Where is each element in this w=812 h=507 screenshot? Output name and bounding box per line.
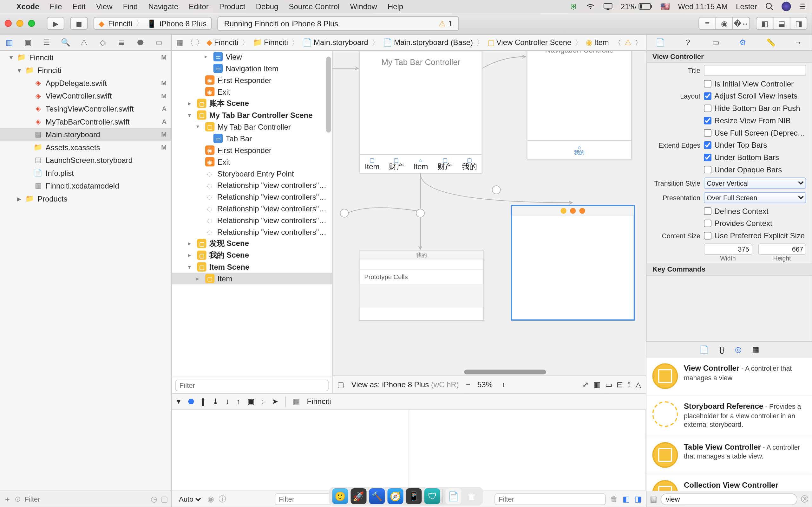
go-forward-button[interactable]: 〉 [196, 37, 204, 48]
title-field[interactable] [704, 65, 806, 76]
identity-inspector-tab[interactable]: ▭ [707, 38, 724, 47]
toggle-navigator[interactable]: ◧ [756, 17, 773, 30]
library-view-mode[interactable]: ▦ [650, 495, 657, 504]
continue-button[interactable]: ‖ [201, 397, 205, 406]
outline-scrollbar[interactable] [326, 57, 331, 133]
spotlight-icon[interactable] [765, 2, 773, 10]
file-row[interactable]: ◈TesingViewController.swiftA [0, 102, 171, 115]
file-row[interactable]: ▤LaunchScreen.storyboard [0, 154, 171, 167]
outline-row[interactable]: ◌Relationship "view controllers" t… [172, 214, 332, 226]
dock-app-1[interactable]: 📱 [406, 488, 422, 504]
canvas-selected-vc[interactable] [511, 205, 635, 321]
battery-status[interactable]: 21% [621, 2, 653, 11]
version-editor[interactable]: �↔ [732, 17, 750, 30]
align-button[interactable]: ⊟ [617, 380, 623, 389]
user-menu[interactable]: Lester [736, 2, 757, 11]
source-control-navigator-tab[interactable]: ▣ [19, 34, 38, 51]
zoom-in-button[interactable]: ＋ [500, 379, 507, 390]
outline-row[interactable]: ▸▢Item [172, 273, 332, 285]
storyboard-canvas[interactable]: My Tab Bar Controller ▢Item ▢财产 ⌂Item ▢财… [333, 51, 646, 376]
file-row[interactable]: ▤Main.storyboardM [0, 128, 171, 141]
library-item[interactable]: Storyboard Reference - Provides a placeh… [647, 395, 812, 436]
dock-document[interactable]: 📄 [446, 488, 461, 504]
breakpoint-navigator-tab[interactable]: ⬣ [131, 34, 150, 51]
outline-row[interactable]: ◌Relationship "view controllers" t… [172, 179, 332, 191]
resize-nib-checkbox[interactable] [704, 117, 711, 124]
project-navigator-tab[interactable]: ▥ [0, 34, 19, 51]
toggle-variables-button[interactable]: ◧ [623, 495, 629, 504]
breakpoints-button[interactable]: ⬣ [188, 397, 194, 406]
wifi-icon[interactable] [586, 3, 595, 10]
toggle-console-button[interactable]: ◨ [635, 495, 641, 504]
size-inspector-tab[interactable]: 📏 [763, 38, 779, 47]
canvas-tableview-controller[interactable]: 我的 Prototype Cells [359, 250, 484, 321]
menu-window[interactable]: Window [350, 2, 377, 11]
library-item[interactable]: Collection View Controller [647, 474, 812, 491]
tab-item[interactable]: ⌂Item [413, 158, 428, 170]
pin-button[interactable]: ⟟ [628, 380, 630, 389]
menu-file[interactable]: File [50, 2, 62, 11]
airplay-icon[interactable] [603, 3, 612, 10]
recent-filter-icon[interactable]: ◷ [151, 495, 157, 504]
next-issue-button[interactable]: 〉 [635, 37, 642, 48]
attributes-inspector-tab[interactable]: ⚙ [735, 38, 751, 47]
debug-navigator-tab[interactable]: ≣ [112, 34, 131, 51]
find-navigator-tab[interactable]: 🔍 [56, 34, 75, 51]
file-row[interactable]: ▼📁FinncitiM [0, 51, 171, 64]
outline-row[interactable]: ▸▢我的 Scene [172, 249, 332, 261]
outline-row[interactable]: ▸▢发现 Scene [172, 238, 332, 249]
outline-row[interactable]: ▾▢My Tab Bar Controller [172, 121, 332, 133]
report-navigator-tab[interactable]: ▭ [150, 34, 168, 51]
crumb-base[interactable]: 📄Main.storyboard (Base) [383, 38, 473, 47]
zoom-window[interactable] [28, 20, 35, 27]
canvas-tool-2[interactable]: ▥ [594, 380, 600, 389]
console-filter-input[interactable] [495, 493, 606, 505]
tab-item[interactable]: ▢财产 [389, 158, 404, 170]
dock-safari[interactable]: 🧭 [388, 488, 403, 504]
outline-row[interactable]: ◉First Responder [172, 144, 332, 156]
menu-source-control[interactable]: Source Control [289, 2, 339, 11]
menu-find[interactable]: Find [123, 2, 138, 11]
provides-context-checkbox[interactable] [704, 220, 711, 227]
clock[interactable]: Wed 11:15 AM [678, 2, 728, 11]
file-row[interactable]: ▼📁Finnciti [0, 64, 171, 77]
adjust-insets-checkbox[interactable] [704, 92, 711, 100]
dock-xcode[interactable]: 🔨 [369, 488, 385, 504]
menu-view[interactable]: View [96, 2, 113, 11]
outline-row[interactable]: ▾▢My Tab Bar Controller Scene [172, 109, 332, 121]
hide-debug-button[interactable]: ▾ [177, 397, 181, 406]
file-row[interactable]: ◈AppDelegate.swiftM [0, 76, 171, 89]
fullscreen-checkbox[interactable] [704, 129, 711, 136]
menu-help[interactable]: Help [388, 2, 403, 11]
menu-editor[interactable]: Editor [189, 2, 209, 11]
menu-edit[interactable]: Edit [72, 2, 85, 11]
variables-scope-select[interactable]: Auto [177, 494, 203, 504]
step-over-button[interactable]: ⤓ [212, 397, 218, 406]
hide-bottom-checkbox[interactable] [704, 105, 711, 112]
tab-item[interactable]: ▢Item [365, 158, 380, 170]
zoom-out-button[interactable]: − [466, 380, 470, 389]
connections-inspector-tab[interactable]: → [790, 38, 807, 47]
dock-app-2[interactable]: 🛡 [424, 488, 440, 504]
crumb-scene[interactable]: ▢View Controller Scene [488, 38, 571, 47]
media-library-tab[interactable]: ▦ [752, 345, 759, 354]
object-library-list[interactable]: View Controller - A controller that mana… [647, 357, 812, 491]
code-snippet-library-tab[interactable]: {} [719, 345, 724, 354]
transition-select[interactable]: Cover Vertical [704, 177, 806, 188]
outline-list[interactable]: ▸▭View▭Navigation Item◉First Responder◉E… [172, 51, 332, 377]
outline-row[interactable]: ◉Exit [172, 86, 332, 98]
menu-product[interactable]: Product [219, 2, 246, 11]
run-button[interactable]: ▶ [47, 17, 64, 30]
minimize-window[interactable] [16, 20, 23, 27]
view-as-label[interactable]: View as: iPhone 8 Plus (wC hR) [351, 380, 459, 389]
height-field[interactable] [758, 244, 806, 255]
scheme-selector[interactable]: ◆Finnciti 〉 📱iPhone 8 Plus [94, 17, 212, 30]
library-filter-input[interactable] [661, 493, 798, 505]
issue-navigator-tab[interactable]: ⚠ [75, 34, 94, 51]
canvas-horizontal-scrollbar[interactable] [464, 370, 546, 375]
toggle-debug-area[interactable]: ⬓ [773, 17, 790, 30]
test-navigator-tab[interactable]: ◇ [94, 34, 112, 51]
outline-row[interactable]: ◌Relationship "view controllers" t… [172, 203, 332, 215]
under-bottom-checkbox[interactable] [704, 154, 711, 161]
crumb-item[interactable]: ◉Item [586, 38, 609, 47]
